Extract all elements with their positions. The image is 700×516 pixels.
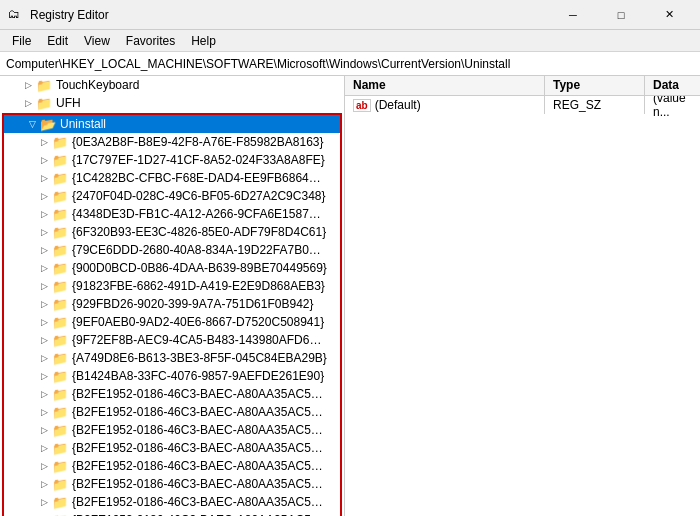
expand-icon[interactable]: ▷ [36, 368, 52, 384]
tree-item[interactable]: ▷ 📁 {B2FE1952-0186-46C3-BAEC-A80AA35AC5B… [4, 475, 340, 493]
tree-item[interactable]: ▷ 📁 {4348DE3D-FB1C-4A12-A266-9CFA6E1587E… [4, 205, 340, 223]
expand-icon[interactable]: ▷ [36, 152, 52, 168]
menu-item-view[interactable]: View [76, 32, 118, 50]
tree-label: {1C4282BC-CFBC-F68E-DAD4-EE9FB6864CC6} [72, 171, 327, 185]
menu-item-help[interactable]: Help [183, 32, 224, 50]
expand-icon[interactable]: ▷ [36, 422, 52, 438]
expand-icon[interactable]: ▷ [36, 296, 52, 312]
expand-icon[interactable]: ▷ [36, 242, 52, 258]
folder-icon: 📁 [52, 495, 68, 510]
tree-item[interactable]: ▷ 📁 {9EF0AEB0-9AD2-40E6-8667-D7520C50894… [4, 313, 340, 331]
tree-item[interactable]: ▷ 📁 {79CE6DDD-2680-40A8-834A-19D22FA7B0C… [4, 241, 340, 259]
expand-icon[interactable]: ▷ [36, 386, 52, 402]
tree-label: {79CE6DDD-2680-40A8-834A-19D22FA7B0C6} [72, 243, 327, 257]
expand-icon[interactable]: ▷ [36, 206, 52, 222]
folder-icon: 📁 [52, 441, 68, 456]
ab-icon: ab [353, 99, 371, 112]
tree-item[interactable]: ▷ 📁 {929FBD26-9020-399-9A7A-751D61F0B942… [4, 295, 340, 313]
right-panel: Name Type Data ab (Default) REG_SZ (valu… [345, 76, 700, 516]
expand-icon-uninstall[interactable]: ▽ [24, 116, 40, 132]
tree-label: {B2FE1952-0186-46C3-BAEC-A80AA35AC5B8}_D… [72, 387, 327, 401]
menu-item-favorites[interactable]: Favorites [118, 32, 183, 50]
tree-label: {B2FE1952-0186-46C3-BAEC-A80AA35AC5B8}_N… [72, 495, 327, 509]
tree-item[interactable]: ▷ 📁 {17C797EF-1D27-41CF-8A52-024F33A8A8F… [4, 151, 340, 169]
expand-icon[interactable]: ▷ [36, 260, 52, 276]
tree-item-ufh[interactable]: ▷ 📁 UFH [0, 94, 344, 112]
tree-label: {B1424BA8-33FC-4076-9857-9AEFDE261E90} [72, 369, 324, 383]
folder-icon: 📁 [52, 459, 68, 474]
tree-item[interactable]: ▷ 📁 {9F72EF8B-AEC9-4CA5-B483-143980AFD6F… [4, 331, 340, 349]
menu-bar: FileEditViewFavoritesHelp [0, 30, 700, 52]
tree-item-uninstall[interactable]: ▽ 📂 Uninstall [4, 115, 340, 133]
folder-icon: 📁 [52, 369, 68, 384]
folder-icon-uninstall: 📂 [40, 117, 56, 132]
folder-icon: 📁 [52, 405, 68, 420]
address-bar: Computer\HKEY_LOCAL_MACHINE\SOFTWARE\Mic… [0, 52, 700, 76]
expand-icon[interactable]: ▷ [36, 170, 52, 186]
tree-item[interactable]: ▷ 📁 {0E3A2B8F-B8E9-42F8-A76E-F85982BA816… [4, 133, 340, 151]
tree-item[interactable]: ▷ 📁 {1C4282BC-CFBC-F68E-DAD4-EE9FB6864CC… [4, 169, 340, 187]
expand-icon[interactable]: ▷ [36, 278, 52, 294]
menu-item-file[interactable]: File [4, 32, 39, 50]
main-content: ▷ 📁 TouchKeyboard ▷ 📁 UFH ▽ 📂 Uninstall … [0, 76, 700, 516]
folder-icon: 📁 [52, 423, 68, 438]
tree-item[interactable]: ▷ 📁 {B1424BA8-33FC-4076-9857-9AEFDE261E9… [4, 367, 340, 385]
reg-row-default[interactable]: ab (Default) REG_SZ (value n... [345, 96, 700, 114]
tree-label: {0E3A2B8F-B8E9-42F8-A76E-F85982BA8163} [72, 135, 324, 149]
title-bar: 🗂 Registry Editor ─ □ ✕ [0, 0, 700, 30]
expand-icon[interactable]: ▷ [36, 404, 52, 420]
tree-item[interactable]: ▷ 📁 {B2FE1952-0186-46C3-BAEC-A80AA35AC5B… [4, 385, 340, 403]
expand-icon[interactable]: ▷ [36, 440, 52, 456]
expand-icon[interactable]: ▷ [20, 77, 36, 93]
maximize-button[interactable]: □ [598, 0, 644, 30]
expand-icon[interactable]: ▷ [36, 350, 52, 366]
address-path: Computer\HKEY_LOCAL_MACHINE\SOFTWARE\Mic… [6, 57, 510, 71]
tree-panel[interactable]: ▷ 📁 TouchKeyboard ▷ 📁 UFH ▽ 📂 Uninstall … [0, 76, 345, 516]
tree-label: {A749D8E6-B613-3BE3-8F5F-045C84EBA29B} [72, 351, 327, 365]
expand-icon[interactable]: ▷ [36, 224, 52, 240]
col-header-type: Type [545, 76, 645, 95]
tree-label: {B2FE1952-0186-46C3-BAEC-A80AA35AC5B8}_H… [72, 459, 327, 473]
folder-icon: 📁 [52, 243, 68, 258]
right-panel-body[interactable]: ab (Default) REG_SZ (value n... [345, 96, 700, 516]
close-button[interactable]: ✕ [646, 0, 692, 30]
tree-label: {B2FE1952-0186-46C3-BAEC-A80AA35AC5B8}_I… [72, 477, 327, 491]
tree-item-touchkeyboard[interactable]: ▷ 📁 TouchKeyboard [0, 76, 344, 94]
expand-icon[interactable]: ▷ [36, 494, 52, 510]
folder-icon: 📁 [52, 477, 68, 492]
menu-item-edit[interactable]: Edit [39, 32, 76, 50]
tree-item[interactable]: ▷ 📁 {B2FE1952-0186-46C3-BAEC-A80AA35AC5B… [4, 511, 340, 516]
folder-icon: 📁 [52, 189, 68, 204]
folder-icon: 📁 [52, 135, 68, 150]
expand-icon[interactable]: ▷ [20, 95, 36, 111]
tree-item[interactable]: ▷ 📁 {91823FBE-6862-491D-A419-E2E9D868AEB… [4, 277, 340, 295]
tree-item[interactable]: ▷ 📁 {A749D8E6-B613-3BE3-8F5F-045C84EBA29… [4, 349, 340, 367]
tree-item[interactable]: ▷ 📁 {B2FE1952-0186-46C3-BAEC-A80AA35AC5B… [4, 421, 340, 439]
tree-item[interactable]: ▷ 📁 {6F320B93-EE3C-4826-85E0-ADF79F8D4C6… [4, 223, 340, 241]
expand-icon[interactable]: ▷ [36, 458, 52, 474]
minimize-button[interactable]: ─ [550, 0, 596, 30]
tree-label: TouchKeyboard [56, 78, 139, 92]
title-bar-left: 🗂 Registry Editor [8, 7, 109, 23]
title-bar-controls: ─ □ ✕ [550, 0, 692, 30]
tree-label: {9F72EF8B-AEC9-4CA5-B483-143980AFD6FD} [72, 333, 327, 347]
tree-item[interactable]: ▷ 📁 {B2FE1952-0186-46C3-BAEC-A80AA35AC5B… [4, 439, 340, 457]
tree-item[interactable]: ▷ 📁 {B2FE1952-0186-46C3-BAEC-A80AA35AC5B… [4, 403, 340, 421]
expand-icon[interactable]: ▷ [36, 134, 52, 150]
reg-name-label: (Default) [375, 98, 421, 112]
tree-item[interactable]: ▷ 📁 {2470F04D-028C-49C6-BF05-6D27A2C9C34… [4, 187, 340, 205]
folder-icon: 📁 [52, 387, 68, 402]
folder-icon: 📁 [52, 153, 68, 168]
expand-icon[interactable]: ▷ [36, 188, 52, 204]
tree-item[interactable]: ▷ 📁 {B2FE1952-0186-46C3-BAEC-A80AA35AC5B… [4, 493, 340, 511]
tree-label: {900D0BCD-0B86-4DAA-B639-89BE70449569} [72, 261, 327, 275]
expand-icon[interactable]: ▷ [36, 512, 52, 516]
expand-icon[interactable]: ▷ [36, 314, 52, 330]
folder-icon: 📁 [36, 96, 52, 111]
tree-label: {4348DE3D-FB1C-4A12-A266-9CFA6E1587EC} [72, 207, 327, 221]
expand-icon[interactable]: ▷ [36, 332, 52, 348]
expand-icon[interactable]: ▷ [36, 476, 52, 492]
tree-label: {9EF0AEB0-9AD2-40E6-8667-D7520C508941} [72, 315, 324, 329]
tree-item[interactable]: ▷ 📁 {900D0BCD-0B86-4DAA-B639-89BE7044956… [4, 259, 340, 277]
tree-item[interactable]: ▷ 📁 {B2FE1952-0186-46C3-BAEC-A80AA35AC5B… [4, 457, 340, 475]
